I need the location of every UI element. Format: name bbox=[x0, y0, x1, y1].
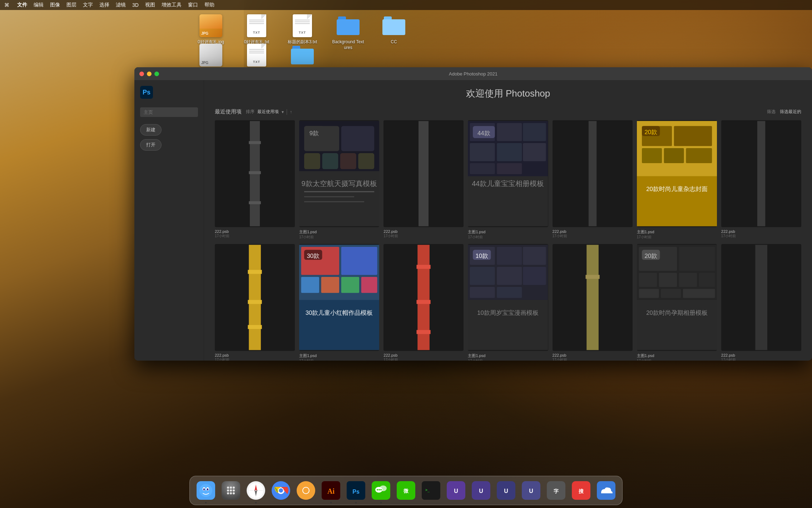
ps-sort-area[interactable]: 排序 最近使用项 ▾ ↑ bbox=[246, 109, 292, 115]
file-card-name-6: 222.psb bbox=[721, 229, 801, 234]
file-card-time-8: 17小时前 bbox=[299, 358, 379, 361]
ps-filter-area[interactable]: 筛选 筛选最近的 bbox=[767, 109, 801, 115]
sort-label: 排序 bbox=[246, 109, 254, 115]
svg-rect-77 bbox=[470, 287, 495, 298]
dock-sougou[interactable]: 搜 bbox=[570, 479, 592, 502]
desktop-icon-folder-cc[interactable]: CC bbox=[378, 14, 410, 50]
svg-point-143 bbox=[230, 489, 232, 492]
dock-uapp1[interactable]: U bbox=[445, 479, 467, 502]
svg-rect-83 bbox=[586, 245, 599, 350]
svg-rect-93 bbox=[639, 289, 659, 298]
file-card-11[interactable]: 222.psb 17小时前 bbox=[553, 244, 633, 361]
menu-help[interactable]: 帮助 bbox=[204, 2, 214, 8]
svg-rect-66 bbox=[417, 265, 431, 269]
dock-wechat[interactable] bbox=[370, 479, 392, 502]
file-card-0[interactable]: 222.psb 17小时前 bbox=[215, 120, 295, 240]
sort-option[interactable]: 最近使用项 bbox=[257, 109, 279, 115]
file-card-time-13: 17小时前 bbox=[721, 357, 801, 361]
file-card-9[interactable]: 222.psb 17小时前 bbox=[383, 244, 464, 361]
file-card-6[interactable]: 222.psb 17小时前 bbox=[721, 120, 801, 240]
filter-option[interactable]: 筛选最近的 bbox=[780, 109, 801, 115]
menu-file[interactable]: 文件 bbox=[17, 2, 27, 8]
open-button[interactable]: 打开 bbox=[140, 139, 162, 151]
svg-rect-68 bbox=[417, 330, 431, 334]
dock-safari-dot bbox=[255, 502, 257, 503]
ps-sidebar: Ps 新建 打开 bbox=[134, 80, 204, 361]
ps-recent-header: 最近使用项 排序 最近使用项 ▾ ↑ 筛选 筛选最近的 bbox=[215, 108, 801, 115]
file-card-10[interactable]: 10款周岁宝宝漫画模板 10款 主图1.psd 17小时前 bbox=[468, 244, 548, 361]
svg-rect-100 bbox=[755, 245, 767, 350]
svg-point-144 bbox=[233, 489, 235, 492]
file-card-2[interactable]: 222.psb 17小时前 bbox=[383, 120, 464, 240]
svg-rect-47 bbox=[757, 121, 765, 226]
svg-rect-57 bbox=[301, 277, 319, 293]
minimize-button[interactable] bbox=[147, 72, 152, 76]
svg-rect-3 bbox=[249, 171, 261, 174]
menu-filter[interactable]: 滤镜 bbox=[116, 2, 126, 8]
dock-uapp2[interactable]: U bbox=[470, 479, 492, 502]
dock-illustrator[interactable]: Ai bbox=[320, 479, 342, 502]
svg-rect-174 bbox=[422, 481, 440, 500]
svg-rect-89 bbox=[639, 273, 657, 287]
new-button[interactable]: 新建 bbox=[140, 124, 162, 136]
dock-safari[interactable] bbox=[245, 479, 267, 502]
svg-text:20款时尚儿童杂志封面: 20款时尚儿童杂志封面 bbox=[646, 186, 708, 192]
dock-wechat2[interactable]: 微 bbox=[395, 479, 417, 502]
file-card-time-6: 17小时前 bbox=[721, 234, 801, 239]
svg-rect-10 bbox=[322, 153, 338, 169]
file-card-1[interactable]: 9款太空航天摄写真模板 9款 主图1.psd 17小时前 bbox=[299, 120, 379, 240]
file-card-time-5: 17小时前 bbox=[637, 235, 717, 240]
file-card-8[interactable]: 30款儿童小红帽作品模板 30款 主图1.psd 17小时前 bbox=[299, 244, 379, 361]
svg-rect-12 bbox=[358, 153, 374, 169]
apple-menu[interactable]: ⌘ bbox=[4, 2, 9, 8]
svg-rect-56 bbox=[341, 247, 377, 275]
svg-point-136 bbox=[203, 488, 205, 490]
sort-asc-icon[interactable]: ↑ bbox=[290, 109, 292, 114]
ps-search-input[interactable] bbox=[140, 107, 198, 117]
dock-cloud[interactable] bbox=[595, 479, 617, 502]
menu-view[interactable]: 视图 bbox=[145, 2, 155, 8]
svg-rect-42 bbox=[686, 148, 712, 163]
dock-app5[interactable]: 字 bbox=[545, 479, 567, 502]
dock-ai-dot bbox=[330, 502, 332, 503]
file-card-5[interactable]: 20款时尚儿童杂志封面 20款 主图1.psd 17小时前 bbox=[637, 120, 717, 240]
file-card-name-12: 主图1.psd bbox=[637, 353, 717, 358]
menu-select[interactable]: 选择 bbox=[99, 2, 109, 8]
svg-text:10款: 10款 bbox=[476, 253, 489, 259]
svg-rect-39 bbox=[674, 126, 712, 146]
menu-plugins[interactable]: 增效工具 bbox=[162, 2, 182, 8]
menu-edit[interactable]: 编辑 bbox=[34, 2, 44, 8]
svg-text:44款: 44款 bbox=[477, 130, 490, 137]
svg-text:20款时尚孕期相册模板: 20款时尚孕期相册模板 bbox=[646, 309, 708, 316]
dock-photoshop[interactable]: Ps bbox=[345, 479, 367, 502]
menu-text[interactable]: 文字 bbox=[83, 2, 93, 8]
menu-3d[interactable]: 3D bbox=[132, 2, 139, 8]
file-card-4[interactable]: 222.psb 17小时前 bbox=[553, 120, 633, 240]
svg-text:10款周岁宝宝漫画模板: 10款周岁宝宝漫画模板 bbox=[477, 309, 539, 316]
file-card-12[interactable]: 20款时尚孕期相册模板 20款 主图1.psd 17小时前 bbox=[637, 244, 717, 361]
svg-rect-14 bbox=[304, 191, 374, 192]
ps-welcome-text: 欢迎使用 Photoshop bbox=[215, 87, 801, 100]
svg-point-170 bbox=[378, 489, 380, 490]
dock-launchpad[interactable] bbox=[220, 479, 242, 502]
svg-text:9款太空航天摄写真模板: 9款太空航天摄写真模板 bbox=[302, 180, 377, 187]
file-card-13[interactable]: 222.psb 17小时前 bbox=[721, 244, 801, 361]
ps-logo: Ps bbox=[140, 86, 153, 99]
menu-layer[interactable]: 图层 bbox=[66, 2, 76, 8]
menu-image[interactable]: 图像 bbox=[50, 2, 60, 8]
file-card-name-9: 222.psb bbox=[383, 353, 464, 357]
maximize-button[interactable] bbox=[154, 72, 159, 76]
file-card-7[interactable]: 222.psb 17小时前 bbox=[215, 244, 295, 361]
dock-uapp4[interactable]: U bbox=[520, 479, 542, 502]
dock-chrome[interactable] bbox=[270, 479, 292, 502]
svg-rect-58 bbox=[321, 277, 339, 293]
dock-uapp3[interactable]: U bbox=[495, 479, 517, 502]
file-card-3[interactable]: 44款儿童宝宝相册模板 44款 主图1.psd 17小时前 bbox=[468, 120, 548, 240]
svg-rect-28 bbox=[523, 143, 546, 161]
desktop-icon-folder-bg[interactable]: Background Textures bbox=[332, 14, 364, 50]
dock-terminal[interactable]: >_ bbox=[420, 479, 442, 502]
dock-chrome-canary[interactable] bbox=[295, 479, 317, 502]
close-button[interactable] bbox=[139, 72, 144, 76]
menu-window[interactable]: 窗口 bbox=[188, 2, 198, 8]
dock-finder[interactable] bbox=[195, 479, 217, 502]
